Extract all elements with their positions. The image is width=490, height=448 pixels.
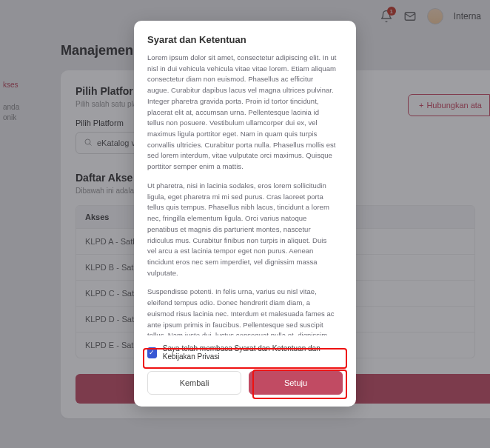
agree-checkbox[interactable]: ✓ [147,347,157,358]
terms-modal: Syarat dan Ketentuan Lorem ipsum dolor s… [134,21,356,407]
terms-paragraph: Ut pharetra, nisi in lacinia sodales, er… [147,181,337,278]
modal-overlay: Syarat dan Ketentuan Lorem ipsum dolor s… [0,0,490,448]
modal-title: Syarat dan Ketentuan [147,34,343,45]
agree-row[interactable]: ✓ Saya telah membaca Syarat dan Ketentua… [147,344,343,361]
terms-paragraph: Suspendisse potenti. In felis urna, vari… [147,287,337,335]
back-button[interactable]: Kembali [147,371,241,395]
agree-text: Saya telah membaca Syarat dan Ketentuan … [163,344,343,361]
modal-scroll[interactable]: Lorem ipsum dolor sit amet, consectetur … [147,53,343,335]
terms-paragraph: Lorem ipsum dolor sit amet, consectetur … [147,53,337,173]
agree-button[interactable]: Setuju [249,371,343,395]
